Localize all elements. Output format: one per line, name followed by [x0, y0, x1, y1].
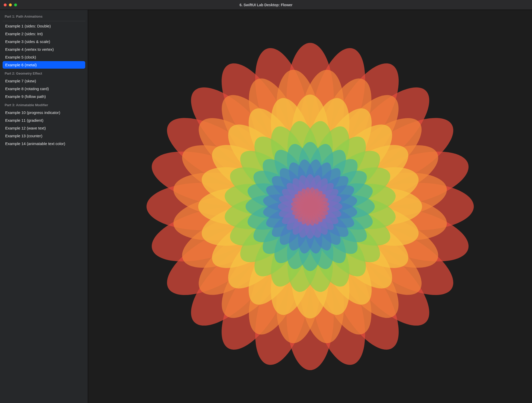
sidebar-item[interactable]: Example 4 (vertex to vertex)	[3, 46, 85, 53]
sidebar-item[interactable]: Example 10 (progress indicator)	[3, 109, 85, 116]
sidebar-item[interactable]: Example 3 (sides & scale)	[3, 38, 85, 45]
content-area	[88, 10, 532, 403]
window-body: Part 1: Path AnimationsExample 1 (sides:…	[0, 10, 532, 403]
sidebar-item[interactable]: Example 6 (metal)	[3, 61, 85, 69]
minimize-icon[interactable]	[9, 3, 12, 6]
sidebar-item[interactable]: Example 12 (wave text)	[3, 124, 85, 132]
sidebar-item[interactable]: Example 5 (clock)	[3, 53, 85, 61]
titlebar: 6. SwiftUI Lab Desktop: Flower	[0, 0, 532, 10]
sidebar-item[interactable]: Example 13 (counter)	[3, 132, 85, 140]
flower-graphic	[106, 26, 514, 387]
sidebar-item[interactable]: Example 1 (sides: Double)	[3, 22, 85, 30]
sidebar-item[interactable]: Example 9 (follow path)	[3, 93, 85, 100]
app-window: 6. SwiftUI Lab Desktop: Flower Part 1: P…	[0, 0, 532, 403]
sidebar-item[interactable]: Example 11 (gradient)	[3, 117, 85, 124]
sidebar-item[interactable]: Example 2 (sides: Int)	[3, 30, 85, 38]
window-controls	[0, 3, 17, 6]
window-title: 6. SwiftUI Lab Desktop: Flower	[0, 3, 532, 7]
sidebar-item[interactable]: Example 8 (rotating card)	[3, 85, 85, 92]
zoom-icon[interactable]	[14, 3, 17, 6]
sidebar-section-header: Part 2: Geometry Effect	[3, 69, 85, 77]
close-icon[interactable]	[4, 3, 7, 6]
sidebar-section-header: Part 1: Path Animations	[3, 12, 85, 21]
sidebar[interactable]: Part 1: Path AnimationsExample 1 (sides:…	[0, 10, 88, 403]
flower-canvas	[88, 10, 532, 403]
sidebar-item[interactable]: Example 7 (skew)	[3, 77, 85, 85]
sidebar-section-header: Part 3: Animatable Modifier	[3, 100, 85, 109]
sidebar-item[interactable]: Example 14 (animatable text color)	[3, 140, 85, 147]
